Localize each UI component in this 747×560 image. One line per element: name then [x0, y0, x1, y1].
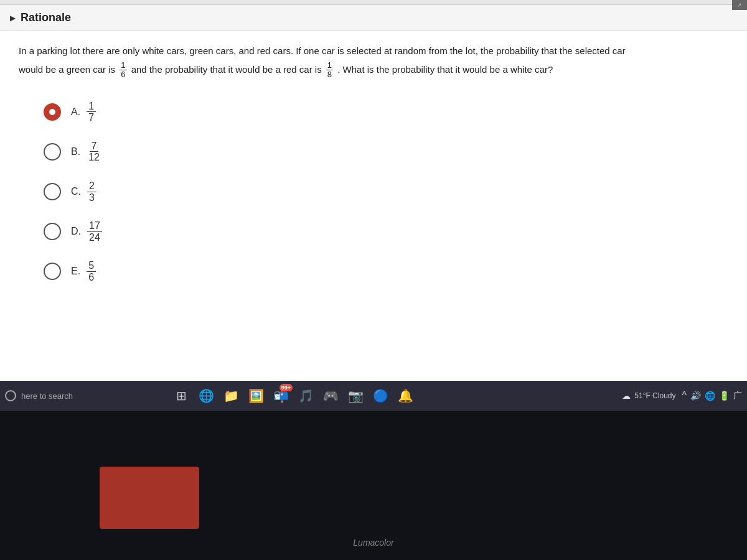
- option-e[interactable]: E. 5 6: [44, 260, 703, 282]
- question-text: In a parking lot there are only white ca…: [19, 44, 703, 80]
- option-c[interactable]: C. 2 3: [44, 180, 703, 203]
- taskbar-apps: ⊞ 🌐 📁 🖼️ 📬 99+ 🎵 🎮 📷 🔵: [169, 384, 417, 408]
- file-explorer-icon[interactable]: 📁: [219, 384, 243, 408]
- wifi-icon: ☁: [622, 391, 631, 401]
- radio-e[interactable]: [44, 263, 61, 280]
- taskbar: here to search ⊞ 🌐 📁 🖼️ 📬 99+ 🎵 🎮: [0, 381, 747, 411]
- option-c-denominator: 3: [87, 192, 96, 203]
- folder-icon: 📁: [223, 388, 239, 403]
- bell-icon: 🔔: [398, 388, 413, 403]
- camera-icon: 📷: [348, 388, 364, 403]
- rationale-header[interactable]: ▶ Rationale: [0, 5, 747, 31]
- game-app-icon[interactable]: 🎮: [319, 384, 342, 408]
- option-b-letter: B.: [71, 146, 80, 157]
- green-prob-denominator: 6: [120, 70, 126, 79]
- browser2-app-icon[interactable]: 🔵: [369, 384, 392, 408]
- question-text-line1: In a parking lot there are only white ca…: [19, 45, 626, 56]
- question-line2-suffix: . What is the probability that it would …: [337, 64, 553, 75]
- bottom-dark-area: Lumacolor: [0, 411, 747, 560]
- music-app-icon[interactable]: 🎵: [294, 384, 317, 408]
- option-e-label: E. 5 6: [71, 260, 97, 282]
- option-a-denominator: 7: [87, 112, 96, 123]
- option-a[interactable]: A. 1 7: [44, 101, 703, 123]
- grid-app-icon[interactable]: ⊞: [169, 384, 193, 408]
- option-a-letter: A.: [71, 106, 80, 118]
- radio-d[interactable]: [44, 223, 61, 240]
- option-e-numerator: 5: [87, 260, 96, 272]
- edge-browser-icon[interactable]: 🌐: [194, 384, 218, 408]
- option-b-fraction: 7 12: [87, 141, 101, 163]
- option-e-fraction: 5 6: [87, 260, 96, 282]
- option-b[interactable]: B. 7 12: [44, 141, 703, 163]
- option-b-denominator: 12: [87, 152, 101, 163]
- option-b-label: B. 7 12: [71, 141, 103, 163]
- speaker-icon[interactable]: 🔊: [690, 391, 701, 401]
- network-icon[interactable]: 🌐: [705, 391, 715, 401]
- option-d[interactable]: D. 17 24: [44, 220, 703, 243]
- grid-icon: ⊞: [176, 388, 187, 403]
- option-d-numerator: 17: [87, 220, 102, 232]
- radio-b[interactable]: [44, 143, 61, 161]
- option-e-denominator: 6: [87, 272, 96, 283]
- question-line2: would be a green car is 1 6 and the prob…: [19, 61, 703, 80]
- taskbar-search[interactable]: here to search: [5, 390, 167, 401]
- red-prob-numerator: 1: [326, 61, 333, 70]
- option-d-letter: D.: [71, 226, 81, 237]
- browser-top-bar: [0, 0, 747, 5]
- answer-options-container: A. 1 7 B. 7 12: [19, 95, 728, 289]
- system-tray: ☁ 51°F Cloudy ^ 🔊 🌐 🔋 广: [622, 390, 742, 401]
- weather-display: 51°F Cloudy: [634, 391, 675, 400]
- photo2-app-icon[interactable]: 📷: [344, 384, 367, 408]
- corner-resize-button[interactable]: ↗: [732, 0, 747, 10]
- thumbnail-app1[interactable]: [100, 467, 199, 529]
- option-c-numerator: 2: [87, 180, 96, 192]
- option-d-fraction: 17 24: [87, 220, 102, 243]
- content-area: In a parking lot there are only white ca…: [0, 31, 747, 392]
- option-c-letter: C.: [71, 186, 81, 197]
- mail-app-icon[interactable]: 📬 99+: [269, 384, 293, 408]
- option-e-letter: E.: [71, 266, 80, 277]
- search-placeholder: here to search: [21, 391, 73, 401]
- green-prob-numerator: 1: [120, 61, 126, 70]
- green-probability-fraction: 1 6: [120, 61, 126, 80]
- option-c-fraction: 2 3: [87, 180, 96, 203]
- rationale-title: Rationale: [21, 11, 71, 24]
- language-icon: 广: [733, 390, 742, 401]
- chevron-up-icon[interactable]: ^: [682, 390, 687, 401]
- photos-app-icon[interactable]: 🖼️: [244, 384, 268, 408]
- question-line2-mid: and the probability that it would be a r…: [131, 64, 322, 75]
- option-a-numerator: 1: [87, 101, 96, 113]
- option-a-label: A. 1 7: [71, 101, 97, 123]
- rationale-arrow-icon: ▶: [10, 14, 16, 22]
- bottom-thumbnails: [100, 467, 199, 529]
- game-icon: 🎮: [323, 388, 339, 403]
- mail-badge: 99+: [280, 384, 293, 391]
- radio-c[interactable]: [44, 183, 61, 200]
- option-d-label: D. 17 24: [71, 220, 103, 243]
- option-a-fraction: 1 7: [87, 101, 96, 123]
- question-line2-prefix: would be a green car is: [19, 64, 115, 75]
- bell-app-icon[interactable]: 🔔: [393, 384, 417, 408]
- edge-icon: 🌐: [199, 388, 214, 403]
- photos-icon: 🖼️: [248, 388, 264, 403]
- question-line1: In a parking lot there are only white ca…: [19, 44, 703, 58]
- main-window: ▶ Rationale In a parking lot there are o…: [0, 0, 747, 411]
- red-probability-fraction: 1 8: [326, 61, 333, 80]
- option-b-numerator: 7: [90, 141, 99, 152]
- browser-icon: 🔵: [373, 388, 388, 403]
- red-prob-denominator: 8: [326, 70, 333, 79]
- battery-icon[interactable]: 🔋: [719, 391, 730, 401]
- option-d-denominator: 24: [87, 232, 102, 243]
- search-circle-icon: [5, 390, 16, 401]
- radio-a[interactable]: [44, 103, 61, 121]
- lumacolor-brand: Lumacolor: [353, 538, 393, 548]
- music-icon: 🎵: [298, 388, 314, 403]
- option-c-label: C. 2 3: [71, 180, 98, 203]
